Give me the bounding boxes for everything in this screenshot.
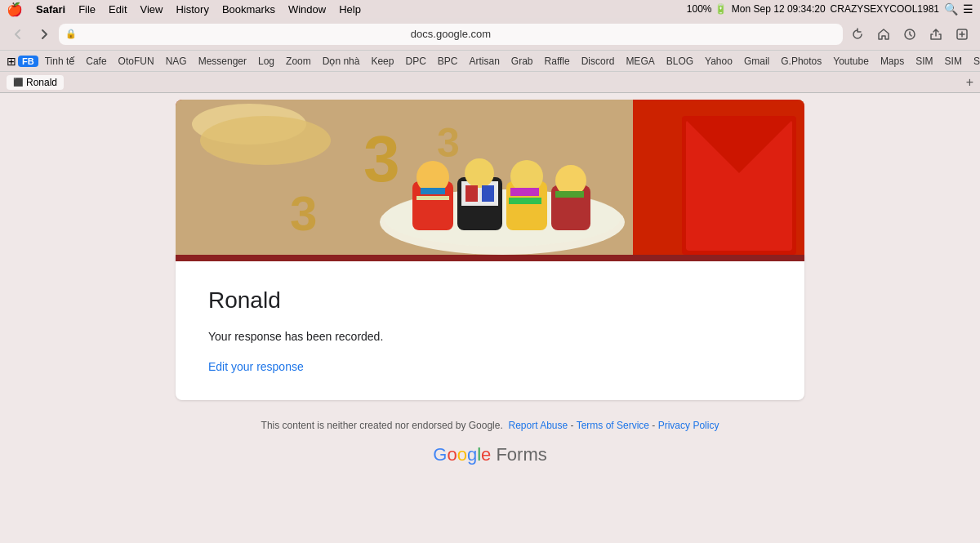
home-button[interactable] (872, 23, 895, 46)
privacy-link[interactable]: Privacy Policy (658, 420, 719, 431)
page-content: 3 3 3 (0, 93, 980, 543)
bookmarks-bar: ⊞ FB Tinh tế Cafe OtoFUN NAG Messenger L… (0, 51, 980, 72)
history-clock-button[interactable] (898, 23, 921, 46)
menu-bookmarks[interactable]: Bookmarks (216, 3, 282, 16)
search-icon[interactable]: 🔍 (944, 2, 958, 16)
bookmark-cafe[interactable]: Cafe (81, 54, 111, 69)
svg-rect-22 (510, 188, 539, 196)
terms-link[interactable]: Terms of Service (577, 420, 649, 431)
form-title: Ronald (208, 287, 772, 314)
address-bar-wrapper: 🔒 (59, 24, 843, 45)
menu-edit[interactable]: Edit (102, 3, 133, 16)
response-text: Your response has been recorded. (208, 330, 772, 343)
google-forms-logo: Google Forms (261, 444, 719, 465)
add-tab-button[interactable]: + (966, 75, 973, 90)
svg-text:3: 3 (437, 120, 460, 166)
bookmark-maps[interactable]: Maps (875, 54, 909, 69)
bookmark-otofun[interactable]: OtoFUN (114, 54, 159, 69)
forward-button[interactable] (33, 23, 56, 46)
menu-view[interactable]: View (134, 3, 170, 16)
svg-point-17 (465, 158, 494, 188)
bookmark-nag[interactable]: NAG (161, 54, 192, 69)
bookmark-donnha[interactable]: Dọn nhà (318, 54, 365, 69)
form-card: Ronald Your response has been recorded. … (176, 255, 804, 400)
svg-rect-14 (416, 196, 449, 200)
bookmark-sim1[interactable]: SIM (911, 54, 938, 69)
bookmark-fb[interactable]: FB (18, 56, 38, 67)
bookmark-dpc[interactable]: DPC (400, 54, 430, 69)
footer-disclaimer: This content is neither created nor endo… (261, 420, 719, 431)
edit-response-link[interactable]: Edit your response (208, 360, 304, 373)
lock-icon: 🔒 (65, 29, 77, 39)
bookmark-mega[interactable]: MEGA (621, 54, 659, 69)
svg-rect-26 (555, 191, 584, 198)
svg-point-5 (200, 116, 331, 165)
datetime: Mon Sep 12 09:34:20 (732, 3, 826, 15)
tab-icon: ⬛ (13, 78, 23, 87)
share-button[interactable] (924, 23, 947, 46)
bookmark-grid[interactable]: ⊞ (7, 53, 16, 69)
tab-label: Ronald (26, 77, 57, 88)
bookmark-messenger[interactable]: Messenger (194, 54, 252, 69)
svg-text:3: 3 (363, 122, 400, 195)
apple-menu[interactable]: 🍎 (7, 2, 23, 17)
svg-rect-18 (466, 185, 478, 202)
bookmark-log[interactable]: Log (253, 54, 279, 69)
tab-bar: ⬛ Ronald + (0, 72, 980, 93)
menu-right: 100% 🔋 Mon Sep 12 09:34:20 CRAZYSEXYCOOL… (687, 2, 973, 16)
bookmark-bpc[interactable]: BPC (433, 54, 463, 69)
username: CRAZYSEXYCOOL1981 (831, 3, 939, 15)
bookmark-sim2[interactable]: SIM (940, 54, 967, 69)
tab-ronald[interactable]: ⬛ Ronald (7, 75, 64, 90)
bookmark-keep[interactable]: Keep (366, 54, 399, 69)
reload-button[interactable] (846, 23, 869, 46)
bookmark-grab[interactable]: Grab (506, 54, 538, 69)
svg-rect-23 (509, 198, 541, 204)
page-footer: This content is neither created nor endo… (261, 420, 719, 465)
bookmark-gmail[interactable]: Gmail (739, 54, 774, 69)
bookmark-yahoo[interactable]: Yahoo (700, 54, 737, 69)
bookmark-tinhtế[interactable]: Tinh tế (40, 54, 80, 69)
bookmark-artisan[interactable]: Artisan (465, 54, 505, 69)
svg-rect-13 (421, 188, 445, 194)
menu-file[interactable]: File (72, 3, 102, 16)
control-center-icon[interactable]: ☰ (963, 2, 973, 16)
browser-toolbar: 🔒 (0, 18, 980, 51)
bookmark-gphotos[interactable]: G.Photos (776, 54, 826, 69)
svg-rect-19 (482, 185, 494, 202)
menu-bar: 🍎 Safari File Edit View History Bookmark… (0, 0, 980, 18)
menu-window[interactable]: Window (282, 3, 332, 16)
battery-status: 100% 🔋 (687, 3, 727, 15)
bookmark-youtube[interactable]: Youtube (828, 54, 874, 69)
bookmark-sim3[interactable]: SIM' (969, 54, 980, 69)
svg-text:3: 3 (290, 186, 317, 241)
back-button[interactable] (7, 23, 29, 46)
menu-help[interactable]: Help (332, 3, 368, 16)
address-bar[interactable] (59, 24, 843, 45)
bookmark-raffle[interactable]: Raffle (540, 54, 575, 69)
report-abuse-link[interactable]: Report Abuse (508, 420, 568, 431)
app-name[interactable]: Safari (29, 3, 72, 16)
new-tab-button[interactable] (951, 23, 973, 46)
bookmark-discord[interactable]: Discord (577, 54, 620, 69)
bookmark-zoom[interactable]: Zoom (281, 54, 316, 69)
menu-history[interactable]: History (169, 3, 215, 16)
bookmark-blog[interactable]: BLOG (662, 54, 698, 69)
hero-image: 3 3 3 (176, 100, 804, 255)
